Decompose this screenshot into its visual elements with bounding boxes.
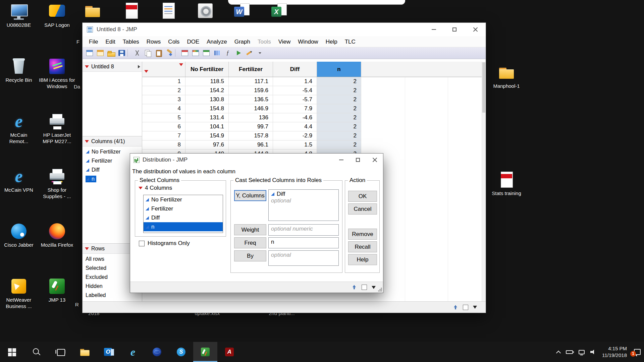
columns-panel-header[interactable]: Columns (4/1) [83,136,142,146]
status-checkbox[interactable] [463,305,468,310]
menu-item[interactable]: TLC [341,36,359,47]
status-dropdown-icon[interactable] [372,286,376,289]
cut-icon[interactable] [132,48,142,58]
cell-diff[interactable]: -5.7 [273,95,317,104]
cell-diff[interactable]: -5.4 [273,86,317,95]
weight-box[interactable]: optional numeric [268,224,339,236]
format-painter-icon[interactable] [164,48,174,58]
row-number-cell[interactable]: 3 [142,95,185,104]
network-icon[interactable] [579,350,585,354]
menu-item[interactable]: View [275,36,294,47]
desktop-icon-netweaver[interactable]: NetWeaver Business ... [1,278,36,333]
listbox-item[interactable]: Fertilizer [144,204,223,213]
by-box[interactable]: optional [268,250,339,266]
file-explorer-button[interactable] [72,342,97,362]
formula-icon[interactable] [223,48,233,58]
tray-chevron-up-icon[interactable] [556,350,561,355]
cancel-button[interactable]: Cancel [348,203,377,215]
cell-n[interactable]: 2 [317,104,361,113]
menu-item[interactable]: Window [294,36,322,47]
desktop-icon-manphool-1[interactable]: Manphool-1 [487,64,526,119]
scrollbar-thumb[interactable] [482,62,485,113]
clock[interactable]: 4:15 PM 11/19/2018 [602,345,627,359]
desktop-icon-pdf-file[interactable] [123,2,140,19]
battery-icon[interactable] [566,350,573,354]
status-checkbox[interactable] [362,285,367,290]
cell-fertilizer[interactable]: 136 [229,113,273,122]
cell-no-fertilizer[interactable]: 97.6 [185,140,229,149]
desktop-icon-recycle-bin[interactable]: Recycle Bin [1,58,36,113]
sort-columns-icon[interactable] [212,48,222,58]
desktop-icon-sap-logon[interactable]: SAP Logon [38,3,76,58]
by-button[interactable]: By [234,250,266,261]
menu-item[interactable]: Edit [102,36,119,47]
menu-item[interactable]: File [85,36,102,47]
menu-item[interactable]: Analyze [203,36,230,47]
desktop-icon-firefox[interactable]: Mozilla Firefox [38,223,76,278]
status-dropdown-icon[interactable] [473,306,477,309]
action-center[interactable]: 1 [634,349,641,355]
freq-box[interactable]: n [268,237,339,248]
desktop-icon-folder[interactable] [84,2,101,19]
menu-item[interactable]: Cols [164,36,183,47]
dialog-minimize-button[interactable] [333,154,350,166]
desktop-icon-notes-file[interactable] [160,2,177,19]
desktop-icon-settings-exe[interactable] [197,2,214,19]
desktop-icon-hp-laserjet[interactable]: HP LaserJet MFP M227... [38,113,76,168]
save-icon[interactable] [117,48,127,58]
cell-fertilizer[interactable]: 99.7 [229,122,273,131]
listbox-item[interactable]: n [144,222,223,231]
red-triangle-icon[interactable] [85,247,89,250]
rows-menu-icon[interactable] [144,70,148,73]
menu-item[interactable]: Rows [143,36,165,47]
row-number-cell[interactable]: 7 [142,131,185,140]
cell-no-fertilizer[interactable]: 154.8 [185,104,229,113]
histograms-only-checkbox[interactable] [139,241,145,246]
cell-no-fertilizer[interactable]: 130.8 [185,95,229,104]
cell-no-fertilizer[interactable]: 154.2 [185,86,229,95]
red-triangle-icon[interactable] [85,140,89,143]
row-number-cell[interactable]: 6 [142,122,185,131]
columns-listbox[interactable]: No FertilizerFertilizerDiffn [143,195,223,233]
row-number-cell[interactable]: 8 [142,140,185,149]
cell-fertilizer[interactable]: 96.1 [229,140,273,149]
new-data-table-icon[interactable] [85,48,95,58]
assigned-column[interactable]: Diff [271,191,336,197]
close-button[interactable] [465,23,486,36]
columns-count-header[interactable]: 4 Columns [139,185,172,191]
desktop-icon-excel-doc[interactable] [271,2,288,19]
cell-fertilizer[interactable]: 146.9 [229,104,273,113]
row-number-cell[interactable]: 1 [142,77,185,86]
desktop-icon-cisco-jabber[interactable]: Cisco Jabber [1,223,36,278]
window-titlebar[interactable]: Untitled 8 - JMP [83,23,486,36]
row-number-cell[interactable]: 4 [142,104,185,113]
column-header[interactable]: No Fertilizer [185,62,229,77]
minimize-button[interactable] [423,23,444,36]
desktop-icon-computer[interactable]: U08602BE [1,3,36,58]
cell-diff[interactable]: -2.9 [273,131,317,140]
jmp-taskbar-button[interactable] [193,342,217,362]
ok-button[interactable]: OK [348,191,377,202]
summary-table-icon[interactable] [201,48,211,58]
weight-button[interactable]: Weight [234,224,266,235]
remove-button[interactable]: Remove [348,229,377,240]
listbox-item[interactable]: Diff [144,213,223,222]
skype-button[interactable] [169,342,193,362]
run-script-icon[interactable] [233,48,244,58]
desktop-icon-ibm-i-access[interactable]: IBM i Access for Windows [38,58,76,113]
dialog-close-button[interactable] [366,154,383,166]
acrobat-button[interactable] [217,342,241,362]
cell-no-fertilizer[interactable]: 104.1 [185,122,229,131]
column-header[interactable]: Fertilizer [229,62,273,77]
cell-no-fertilizer[interactable]: 118.5 [185,77,229,86]
dialog-titlebar[interactable]: Distribution - JMP [130,154,383,166]
cell-diff[interactable]: 1.4 [273,77,317,86]
cell-fertilizer[interactable]: 136.5 [229,95,273,104]
cell-no-fertilizer[interactable]: 154.9 [185,131,229,140]
task-view-button[interactable] [48,342,72,362]
menu-item[interactable]: DOE [183,36,203,47]
red-triangle-icon[interactable] [85,65,89,68]
menu-item[interactable]: Tables [119,36,143,47]
cell-diff[interactable]: -4.6 [273,113,317,122]
recall-button[interactable]: Recall [348,241,377,252]
